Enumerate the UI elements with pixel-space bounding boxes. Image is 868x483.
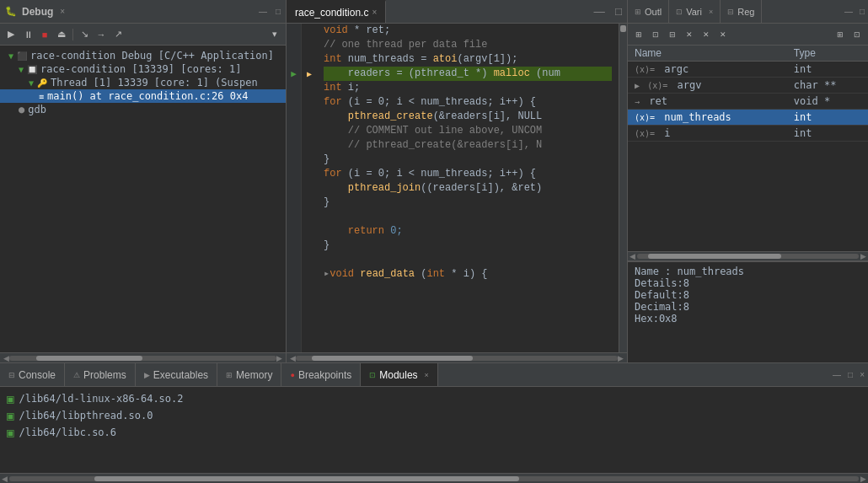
maximize-debug-button[interactable]: □	[276, 7, 281, 16]
fold-arrow: ▶	[302, 67, 317, 81]
vars-btn2[interactable]: ⊡	[648, 27, 663, 42]
code-area[interactable]: void * ret; // one thread per data file …	[317, 24, 619, 352]
editor-scrollbar-thumb[interactable]	[312, 356, 473, 361]
modules-close-button[interactable]: ×	[425, 371, 429, 379]
editor-scroll-right[interactable]: ▶	[618, 354, 624, 362]
kw-int-2: int	[324, 82, 342, 94]
vars-btn4[interactable]: ✕	[682, 27, 697, 42]
bottom-scroll-right[interactable]: ▶	[859, 475, 868, 483]
var-row-num-threads[interactable]: (x)= num_threads int	[628, 110, 868, 126]
bottom-tab-modules[interactable]: ⊡ Modules ×	[361, 363, 438, 386]
editor-maximize-button[interactable]: □	[610, 5, 627, 18]
editor-content: ▶ ▶ void * ret; // one thread per data f…	[287, 24, 627, 352]
editor-scroll-left[interactable]: ◀	[290, 354, 296, 362]
right-scroll-right[interactable]: ▶	[859, 252, 868, 260]
scroll-left-arrow[interactable]: ◀	[3, 354, 9, 362]
step-into-button[interactable]: ↘	[77, 27, 92, 42]
kw-int-3: int	[426, 268, 445, 280]
tab-reg[interactable]: ⊟ Reg	[721, 0, 762, 23]
vari-close[interactable]: ×	[709, 8, 713, 16]
vertical-scrollbar[interactable]	[619, 24, 627, 352]
editor-minimize-button[interactable]: —	[589, 5, 610, 18]
right-maximize-button[interactable]: □	[856, 7, 868, 16]
bottom-tab-executables[interactable]: ▶ Executables	[136, 363, 217, 386]
bottom-close-button[interactable]: ×	[856, 370, 868, 379]
terminate-button[interactable]: ■	[37, 27, 52, 42]
var-num-threads-type: int	[787, 110, 868, 126]
bottom-restore-button[interactable]: □	[844, 370, 856, 379]
var-argc-name: (x)= argc	[628, 62, 787, 78]
vars-btn8[interactable]: ⊡	[849, 27, 865, 42]
process-icon: 🔲	[27, 65, 37, 74]
resume-button[interactable]: ▶	[3, 27, 19, 42]
right-minimize-button[interactable]: —	[841, 7, 856, 16]
bottom-minimize-button[interactable]: —	[829, 370, 844, 379]
tree-item-frame[interactable]: ≡ main() at race_condition.c:26 0x4	[0, 89, 286, 103]
fn-pthread-create: pthread_create	[324, 110, 433, 122]
vscroll-thumb[interactable]	[620, 25, 626, 32]
dropdown-button[interactable]: ▾	[267, 27, 282, 42]
vars-btn6[interactable]: ✕	[715, 27, 731, 42]
right-scrollbar-h[interactable]: ◀ ▶	[628, 251, 868, 261]
num-0: 0;	[384, 225, 403, 237]
vars-btn7[interactable]: ⊞	[833, 27, 848, 42]
bottom-tab-memory[interactable]: ⊞ Memory	[217, 363, 281, 386]
fold-line-2	[302, 38, 317, 52]
var-i-type: int	[787, 126, 868, 142]
frame-icon: ≡	[39, 92, 44, 101]
bottom-tab-breakpoints[interactable]: ● Breakpoints	[281, 363, 361, 386]
gutter-line-1	[287, 24, 301, 38]
bottom-scrollbar-thumb[interactable]	[94, 476, 519, 481]
code-line-14	[324, 210, 612, 224]
debug-close-button[interactable]: ×	[60, 7, 65, 16]
editor-scrollbar-h[interactable]: ◀ ▶	[287, 352, 627, 362]
bottom-tab-console[interactable]: ⊟ Console	[0, 363, 65, 386]
right-scrollbar-track[interactable]	[637, 254, 859, 259]
debug-icon: 🐛	[5, 6, 17, 17]
bottom-scroll-left[interactable]: ◀	[0, 475, 9, 483]
tree-item-gdb[interactable]: ● gdb	[0, 103, 286, 116]
editor-tab-close-button[interactable]: ×	[372, 8, 377, 17]
code-line-2: // one thread per data file	[324, 38, 612, 52]
step-over-button[interactable]: →	[94, 27, 109, 42]
vars-collapse-button[interactable]: ⊟	[665, 27, 680, 42]
tab-vari[interactable]: ⊡ Vari ×	[669, 0, 721, 23]
bottom-scrollbar-h[interactable]: ◀ ▶	[0, 473, 868, 483]
vars-btn1[interactable]: ⊞	[631, 27, 646, 42]
right-toolbar: ⊞ ⊡ ⊟ ✕ ✕ ✕ ⊞ ⊡	[628, 24, 868, 46]
gutter-debug-arrow: ▶	[287, 67, 301, 81]
var-row-ret[interactable]: → ret void *	[628, 94, 868, 110]
right-scroll-left[interactable]: ◀	[628, 252, 637, 260]
tree-item-thread[interactable]: ▼ 🔑 Thread [1] 13339 [core: 1] (Suspen	[0, 76, 286, 89]
tab-outl[interactable]: ⊞ Outl	[628, 0, 669, 23]
frame-label: main() at race_condition.c:26 0x4	[47, 90, 248, 102]
argc-icon: (x)=	[635, 65, 655, 74]
var-row-argv[interactable]: ▶ (x)= argv char **	[628, 78, 868, 94]
scrollbar-track[interactable]	[9, 356, 276, 361]
suspend-button[interactable]: ⏸	[20, 27, 35, 42]
tree-item-process[interactable]: ▼ 🔲 race-condition [13339] [cores: 1]	[0, 62, 286, 76]
var-row-argc[interactable]: (x)= argc int	[628, 62, 868, 78]
bottom-tab-problems[interactable]: ⚠ Problems	[65, 363, 136, 386]
disconnect-button[interactable]: ⏏	[54, 27, 69, 42]
editor-scrollbar-track[interactable]	[296, 356, 618, 361]
tree-item-app[interactable]: ▼ ⬛ race-condition Debug [C/C++ Applicat…	[0, 49, 286, 62]
step-return-button[interactable]: ↗	[110, 27, 126, 42]
problems-icon: ⚠	[73, 371, 80, 379]
right-scrollbar-thumb[interactable]	[648, 254, 781, 259]
bottom-scrollbar-track[interactable]	[9, 476, 859, 481]
editor-tab-race-condition[interactable]: race_condition.c ×	[287, 0, 386, 23]
memory-icon: ⊞	[226, 371, 233, 379]
var-row-i[interactable]: (x)= i int	[628, 126, 868, 142]
bottom-tab-executables-label: Executables	[153, 369, 208, 381]
minimize-debug-button[interactable]: —	[259, 7, 267, 16]
scrollbar-thumb[interactable]	[36, 356, 143, 361]
app-icon: ⬛	[17, 51, 27, 61]
argv-expand-icon[interactable]: ▶	[635, 81, 640, 90]
op-argv: (argv[1]);	[457, 53, 517, 65]
debug-scrollbar-h[interactable]: ◀ ▶	[0, 352, 286, 362]
scroll-right-arrow[interactable]: ▶	[276, 354, 282, 362]
module-path-ld: /lib64/ld-linux-x86-64.so.2	[19, 393, 183, 405]
vars-btn5[interactable]: ✕	[699, 27, 714, 42]
var-argv-type: char **	[787, 78, 868, 94]
